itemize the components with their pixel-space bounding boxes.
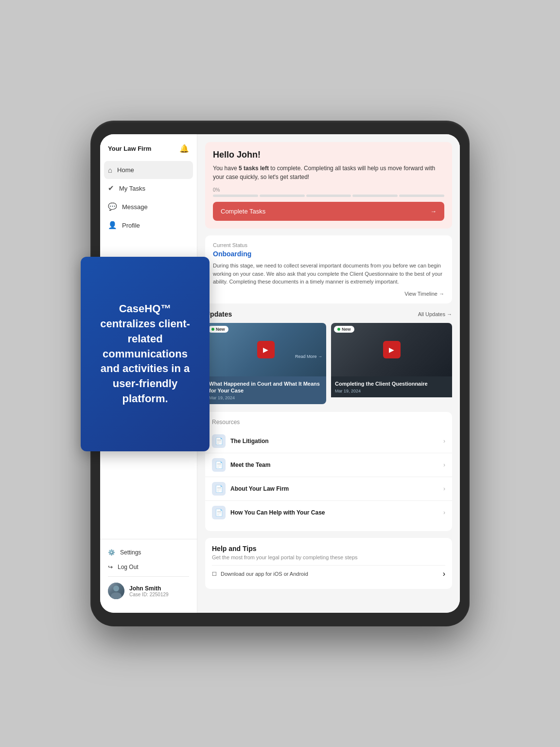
progress-seg-4 [352, 195, 398, 197]
home-icon: ⌂ [108, 166, 112, 174]
resource-icon-3: 📄 [212, 482, 226, 496]
nav-home-label: Home [117, 166, 134, 174]
nav-profile-label: Profile [122, 222, 140, 229]
case-id: Case ID: 2250129 [129, 592, 169, 597]
logout-item[interactable]: ↪ Log Out [108, 560, 189, 574]
resource-left-2: 📄 Meet the Team [212, 458, 270, 472]
update-title-1: What Happened in Court and What It Means… [209, 380, 322, 394]
progress-track [213, 195, 444, 197]
updates-section: Updates All Updates → New ▶ Read More → [205, 310, 452, 405]
progress-seg-5 [399, 195, 444, 197]
resource-icon-2: 📄 [212, 458, 226, 472]
read-more-1[interactable]: Read More → [295, 354, 322, 359]
settings-item[interactable]: ⚙️ Settings [108, 545, 189, 560]
resource-item-2[interactable]: 📄 Meet the Team › [205, 453, 452, 477]
settings-icon: ⚙️ [108, 549, 115, 556]
help-section: Help and Tips Get the most from your leg… [205, 538, 452, 589]
resource-name-2: Meet the Team [230, 462, 270, 468]
resources-section: Resources 📄 The Litigation › 📄 Meet the … [205, 412, 452, 531]
update-thumb-1: New ▶ Read More → [205, 323, 326, 376]
hello-title: Hello John! [213, 150, 444, 160]
update-card-1[interactable]: New ▶ Read More → What Happened in Court… [205, 323, 326, 405]
complete-tasks-arrow: → [430, 208, 437, 215]
status-description: During this stage, we need to collect se… [213, 262, 444, 286]
help-item-1[interactable]: ☐ Download our app for iOS or Android › [212, 565, 445, 582]
update-info-2: Completing the Client Questionnaire Mar … [331, 376, 452, 397]
new-label-1: New [216, 327, 225, 332]
update-date-1: Mar 19, 2024 [209, 395, 322, 400]
new-dot-1 [211, 328, 214, 331]
resources-title: Resources [205, 419, 452, 429]
help-title: Help and Tips [212, 545, 445, 552]
status-card: Current Status Onboarding During this st… [205, 235, 452, 303]
progress-seg-3 [306, 195, 351, 197]
update-date-2: Mar 19, 2024 [335, 389, 448, 393]
resource-item-1[interactable]: 📄 The Litigation › [205, 429, 452, 453]
complete-tasks-button[interactable]: Complete Tasks → [213, 202, 444, 221]
main-content: Hello John! You have 5 tasks left to com… [197, 134, 460, 613]
sidebar-item-home[interactable]: ⌂ Home [104, 161, 193, 179]
blue-overlay-card: CaseHQ™ centralizes client-related commu… [81, 257, 210, 451]
user-name: John Smith [129, 585, 169, 592]
bell-icon[interactable]: 🔔 [179, 144, 189, 153]
help-left-1: ☐ Download our app for iOS or Android [212, 571, 308, 577]
all-updates-link[interactable]: All Updates → [418, 311, 452, 317]
chevron-icon-2: › [443, 462, 445, 468]
complete-tasks-label: Complete Tasks [221, 208, 265, 215]
message-icon: 💬 [108, 202, 117, 211]
sidebar-item-tasks[interactable]: ✔ My Tasks [100, 179, 197, 197]
resource-item-4[interactable]: 📄 How You Can Help with Your Case › [205, 501, 452, 524]
help-chevron-1: › [443, 569, 445, 578]
resource-item-3[interactable]: 📄 About Your Law Firm › [205, 477, 452, 501]
tablet-device: Your Law Firm 🔔 ⌂ Home ✔ My Tasks 💬 Mess… [90, 121, 470, 626]
help-icon-1: ☐ [212, 571, 217, 577]
sidebar-item-profile[interactable]: 👤 Profile [100, 216, 197, 234]
resource-left-3: 📄 About Your Law Firm [212, 482, 289, 496]
firm-name: Your Law Firm [108, 145, 151, 152]
help-label-1: Download our app for iOS or Android [221, 571, 308, 577]
progress-seg-1 [213, 195, 258, 197]
chevron-icon-4: › [443, 509, 445, 516]
resource-name-1: The Litigation [230, 438, 269, 445]
logout-label: Log Out [118, 564, 139, 570]
chevron-icon-3: › [443, 485, 445, 492]
blue-overlay-text: CaseHQ™ centralizes client-related commu… [94, 302, 196, 407]
hello-text: You have 5 tasks left to complete. Compl… [213, 164, 444, 181]
update-info-1: What Happened in Court and What It Means… [205, 376, 326, 405]
resource-left-4: 📄 How You Can Help with Your Case [212, 506, 325, 519]
update-thumb-2: New ▶ [331, 323, 452, 376]
user-profile: John Smith Case ID: 2250129 [108, 576, 189, 599]
new-badge-1: New [208, 326, 228, 333]
settings-label: Settings [120, 549, 141, 556]
avatar-image [108, 583, 124, 599]
resource-name-3: About Your Law Firm [230, 485, 289, 492]
status-value: Onboarding [213, 250, 444, 258]
progress-label: 0% [213, 187, 444, 193]
sidebar-bottom: ⚙️ Settings ↪ Log Out John Smith Case ID… [100, 539, 197, 605]
help-subtitle: Get the most from your legal portal by c… [212, 554, 445, 560]
updates-header: Updates All Updates → [205, 310, 452, 318]
user-info: John Smith Case ID: 2250129 [129, 585, 169, 597]
resource-left-1: 📄 The Litigation [212, 434, 269, 448]
play-button-1[interactable]: ▶ [257, 341, 275, 358]
tasks-icon: ✔ [108, 184, 114, 193]
resource-name-4: How You Can Help with Your Case [230, 509, 325, 516]
hello-card: Hello John! You have 5 tasks left to com… [205, 142, 452, 229]
new-badge-2: New [334, 326, 354, 333]
logout-icon: ↪ [108, 564, 113, 570]
update-title-2: Completing the Client Questionnaire [335, 380, 448, 387]
view-timeline-link[interactable]: View Timeline → [213, 291, 444, 297]
resource-icon-4: 📄 [212, 506, 226, 519]
sidebar-item-message[interactable]: 💬 Message [100, 197, 197, 216]
status-label: Current Status [213, 242, 444, 248]
update-card-2[interactable]: New ▶ Completing the Client Questionnair… [331, 323, 452, 405]
sidebar-header: Your Law Firm 🔔 [100, 144, 197, 161]
avatar [108, 583, 124, 599]
resource-icon-1: 📄 [212, 434, 226, 448]
new-label-2: New [342, 327, 351, 332]
play-button-2[interactable]: ▶ [383, 341, 401, 358]
progress-section: 0% [213, 187, 444, 197]
updates-grid: New ▶ Read More → What Happened in Court… [205, 323, 452, 405]
nav-message-label: Message [122, 203, 148, 211]
chevron-icon-1: › [443, 438, 445, 445]
